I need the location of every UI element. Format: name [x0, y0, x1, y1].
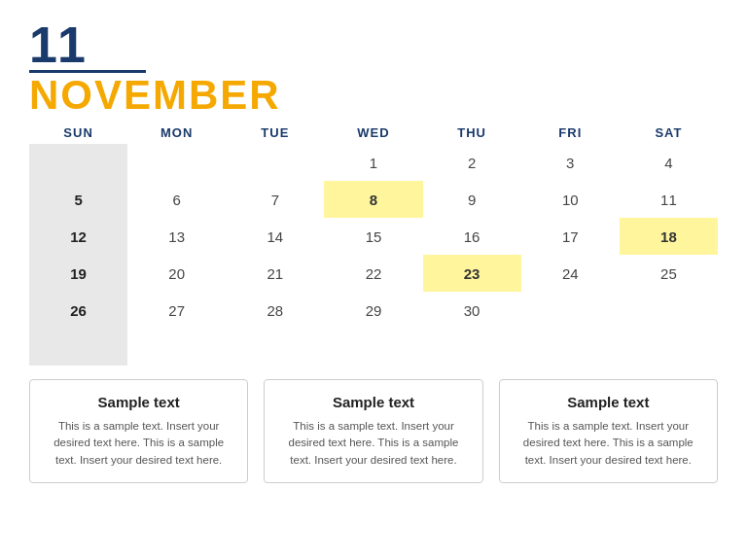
day-mon: MON: [127, 122, 226, 144]
calendar-cell: 20: [127, 255, 226, 292]
info-card-title-1: Sample text: [280, 394, 466, 410]
month-title: NOVEMBER: [29, 75, 718, 116]
calendar-table: SUN MON TUE WED THU FRI SAT 123456789101…: [29, 122, 718, 366]
day-sat: SAT: [620, 122, 718, 144]
calendar-cell: 14: [226, 218, 324, 255]
calendar-row: 567891011: [29, 181, 718, 218]
calendar-cell: 2: [423, 144, 521, 181]
calendar-row: 19202122232425: [29, 255, 718, 292]
calendar-cell: 12: [29, 218, 127, 255]
header: 11 NOVEMBER: [29, 19, 718, 116]
calendar-cell: 22: [324, 255, 422, 292]
calendar-wrapper: SUN MON TUE WED THU FRI SAT 123456789101…: [29, 122, 718, 366]
calendar-cell: 4: [620, 144, 718, 181]
calendar-cell: 5: [29, 181, 127, 218]
calendar-header-row: SUN MON TUE WED THU FRI SAT: [29, 122, 718, 144]
calendar-cell: 30: [423, 292, 521, 329]
empty-cell: [29, 329, 127, 366]
calendar-cell: 28: [226, 292, 324, 329]
bottom-section: Sample textThis is a sample text. Insert…: [29, 379, 718, 483]
calendar-cell: 15: [324, 218, 422, 255]
empty-cell: [521, 329, 620, 366]
calendar-cell: 24: [521, 255, 620, 292]
day-wed: WED: [324, 122, 422, 144]
calendar-cell: [226, 144, 324, 181]
empty-cell: [127, 329, 226, 366]
info-card-2: Sample textThis is a sample text. Insert…: [499, 379, 718, 483]
calendar-cell: [521, 292, 620, 329]
calendar-row: 2627282930: [29, 292, 718, 329]
calendar-cell: 6: [127, 181, 226, 218]
calendar-cell: 11: [620, 181, 718, 218]
calendar-cell: 8: [324, 181, 422, 218]
calendar-cell: 18: [620, 218, 718, 255]
info-card-title-0: Sample text: [46, 394, 231, 410]
info-card-0: Sample textThis is a sample text. Insert…: [29, 379, 248, 483]
empty-cell: [226, 329, 324, 366]
info-card-text-0: This is a sample text. Insert your desir…: [46, 418, 231, 469]
day-fri: FRI: [521, 122, 620, 144]
info-card-title-2: Sample text: [516, 394, 701, 410]
calendar-cell: 7: [226, 181, 324, 218]
page-container: 11 NOVEMBER SUN MON TUE WED THU FRI SAT …: [29, 19, 718, 483]
calendar-cell: 9: [423, 181, 521, 218]
calendar-cell: [620, 292, 718, 329]
calendar-cell: 10: [521, 181, 620, 218]
info-card-1: Sample textThis is a sample text. Insert…: [264, 379, 482, 483]
calendar-row: 1234: [29, 144, 718, 181]
empty-cell: [620, 329, 718, 366]
day-thu: THU: [423, 122, 521, 144]
calendar-cell: 27: [127, 292, 226, 329]
calendar-cell: 1: [324, 144, 422, 181]
calendar-row: 12131415161718: [29, 218, 718, 255]
day-sun: SUN: [29, 122, 127, 144]
empty-cell: [423, 329, 521, 366]
calendar-cell: 19: [29, 255, 127, 292]
calendar-cell: 16: [423, 218, 521, 255]
calendar-cell: 3: [521, 144, 620, 181]
info-card-text-2: This is a sample text. Insert your desir…: [516, 418, 701, 469]
calendar-cell: [29, 144, 127, 181]
empty-cell: [324, 329, 422, 366]
calendar-cell: 23: [423, 255, 521, 292]
info-card-text-1: This is a sample text. Insert your desir…: [280, 418, 466, 469]
calendar-cell: 26: [29, 292, 127, 329]
calendar-cell: 25: [620, 255, 718, 292]
calendar-cell: 17: [521, 218, 620, 255]
calendar-cell: 13: [127, 218, 226, 255]
calendar-cell: 21: [226, 255, 324, 292]
header-number: 11: [29, 19, 718, 70]
calendar-cell: 29: [324, 292, 422, 329]
day-tue: TUE: [226, 122, 324, 144]
calendar-cell: [127, 144, 226, 181]
